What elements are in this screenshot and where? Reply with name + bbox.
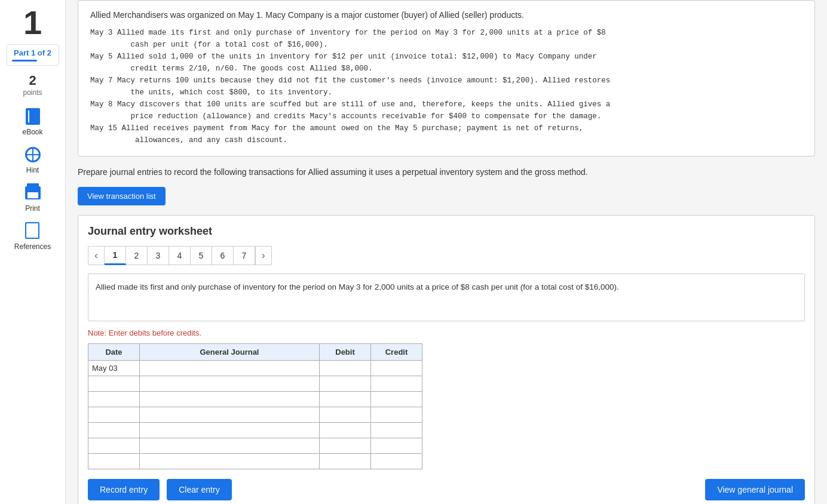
points-label: points (23, 88, 42, 97)
journal-cell-2[interactable] (140, 376, 320, 392)
debit-cell-3[interactable] (320, 392, 371, 407)
debit-input-4[interactable] (320, 407, 370, 422)
clear-entry-button[interactable]: Clear entry (167, 479, 231, 500)
view-general-journal-button[interactable]: View general journal (705, 479, 805, 500)
debit-cell-6[interactable] (320, 438, 371, 454)
credit-cell-5[interactable] (371, 423, 422, 438)
journal-input-7[interactable] (140, 454, 319, 469)
event-may5-date: May 5 (90, 53, 117, 61)
event-may15-date: May 15 (90, 124, 122, 133)
event-may7-text: Macy returns 100 units because they did … (90, 76, 610, 97)
tab-1[interactable]: 1 (105, 246, 126, 265)
col-header-general-journal: General Journal (140, 344, 320, 361)
sidebar-item-hint[interactable]: Hint (9, 145, 57, 174)
main-content: Allied Merchandisers was organized on Ma… (66, 0, 827, 504)
scenario-intro: Allied Merchandisers was organized on Ma… (90, 10, 803, 20)
tab-6[interactable]: 6 (212, 246, 234, 265)
tab-2[interactable]: 2 (126, 246, 148, 265)
date-cell-2 (88, 376, 140, 392)
table-row (88, 454, 422, 469)
journal-input-2[interactable] (140, 376, 319, 391)
credit-input-2[interactable] (371, 376, 422, 391)
part-progress-bar (12, 60, 37, 62)
tab-next-arrow[interactable]: › (255, 246, 272, 265)
journal-input-4[interactable] (140, 407, 319, 422)
worksheet-title: Journal entry worksheet (88, 225, 805, 238)
record-entry-button[interactable]: Record entry (88, 479, 160, 500)
debit-cell-1[interactable] (320, 361, 371, 376)
journal-cell-5[interactable] (140, 423, 320, 438)
date-cell-7 (88, 454, 140, 469)
credit-cell-3[interactable] (371, 392, 422, 407)
tab-5[interactable]: 5 (191, 246, 212, 265)
part-label: Part 1 of 2 (12, 48, 54, 57)
credit-cell-2[interactable] (371, 376, 422, 392)
journal-cell-3[interactable] (140, 392, 320, 407)
col-header-credit: Credit (371, 344, 422, 361)
date-cell-1: May 03 (88, 361, 140, 376)
credit-cell-7[interactable] (371, 454, 422, 469)
debit-input-3[interactable] (320, 392, 370, 407)
event-may8-date: May 8 (90, 100, 117, 109)
col-header-date: Date (88, 344, 140, 361)
table-row (88, 407, 422, 423)
sidebar: 1 Part 1 of 2 2 points eBook Hint Print … (0, 0, 66, 504)
event-may3-date: May 3 (90, 29, 117, 37)
table-row (88, 392, 422, 407)
transaction-description: Allied made its first and only purchase … (88, 273, 805, 321)
journal-cell-1[interactable] (140, 361, 320, 376)
event-may7: May 7 Macy returns 100 units because the… (90, 75, 803, 99)
credit-cell-6[interactable] (371, 438, 422, 454)
debit-cell-5[interactable] (320, 423, 371, 438)
journal-cell-4[interactable] (140, 407, 320, 423)
journal-table: Date General Journal Debit Credit May 03 (88, 343, 422, 469)
debit-cell-4[interactable] (320, 407, 371, 423)
debit-cell-2[interactable] (320, 376, 371, 392)
references-label: References (14, 242, 51, 251)
journal-input-1[interactable] (140, 361, 319, 376)
table-row (88, 376, 422, 392)
debit-input-2[interactable] (320, 376, 370, 391)
debit-cell-7[interactable] (320, 454, 371, 469)
tab-3[interactable]: 3 (148, 246, 169, 265)
journal-input-6[interactable] (140, 438, 319, 453)
event-may15-text: Allied receives payment from Macy for th… (90, 124, 583, 145)
date-cell-6 (88, 438, 140, 454)
journal-input-3[interactable] (140, 392, 319, 407)
credit-cell-4[interactable] (371, 407, 422, 423)
tab-4[interactable]: 4 (169, 246, 191, 265)
col-header-debit: Debit (320, 344, 371, 361)
journal-input-5[interactable] (140, 423, 319, 438)
tab-7[interactable]: 7 (234, 246, 255, 265)
credit-input-7[interactable] (371, 454, 422, 469)
date-cell-5 (88, 423, 140, 438)
debit-input-5[interactable] (320, 423, 370, 438)
event-may3: May 3 Allied made its first and only pur… (90, 27, 803, 51)
hint-icon (23, 145, 43, 165)
table-row (88, 423, 422, 438)
credit-input-3[interactable] (371, 392, 422, 407)
event-may15: May 15 Allied receives payment from Macy… (90, 122, 803, 146)
event-may8-text: Macy discovers that 100 units are scuffe… (90, 100, 610, 121)
credit-input-5[interactable] (371, 423, 422, 438)
hint-label: Hint (26, 166, 39, 174)
credit-cell-1[interactable] (371, 361, 422, 376)
credit-input-6[interactable] (371, 438, 422, 453)
debit-input-6[interactable] (320, 438, 370, 453)
credit-input-1[interactable] (371, 361, 422, 376)
debit-input-7[interactable] (320, 454, 370, 469)
view-transaction-list-button[interactable]: View transaction list (78, 187, 166, 205)
question-number: 1 (23, 6, 42, 39)
prepare-instructions: Prepare journal entries to record the fo… (78, 166, 815, 179)
journal-cell-6[interactable] (140, 438, 320, 454)
sidebar-item-references[interactable]: References (9, 221, 57, 251)
print-label: Print (25, 204, 40, 213)
entry-note: Note: Enter debits before credits. (88, 328, 805, 337)
sidebar-item-print[interactable]: Print (9, 183, 57, 213)
journal-cell-7[interactable] (140, 454, 320, 469)
tab-prev-arrow[interactable]: ‹ (88, 246, 105, 265)
sidebar-item-ebook[interactable]: eBook (9, 106, 57, 136)
date-cell-3 (88, 392, 140, 407)
credit-input-4[interactable] (371, 407, 422, 422)
debit-input-1[interactable] (320, 361, 370, 376)
